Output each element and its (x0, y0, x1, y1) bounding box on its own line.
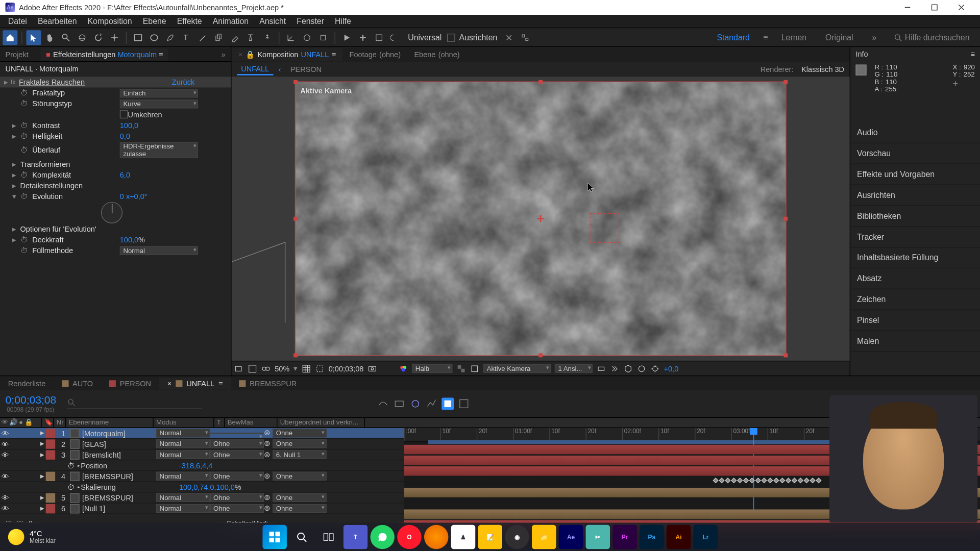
composition-canvas[interactable] (295, 82, 787, 356)
layer-prop-skalierung[interactable]: ⏱ ▸ Skalierung100,0,74,0,100,0% (0, 482, 404, 492)
effect-title-row[interactable]: ▸ fx Fraktales Rauschen Zurück (0, 77, 231, 87)
effect-prop-11[interactable]: ▸⏱Deckkraft100,0% (0, 234, 231, 245)
task-firefox[interactable] (424, 525, 448, 549)
3d-icon[interactable] (623, 364, 632, 373)
panel-bibliotheken[interactable]: Bibliotheken (850, 206, 980, 227)
panel-tracker[interactable]: Tracker (850, 227, 980, 248)
tl-tab-bremsspur[interactable]: BREMSSPUR (231, 377, 305, 389)
task-lightroom[interactable]: Lr (694, 525, 718, 549)
shy-icon[interactable] (377, 398, 389, 410)
task-aftereffects[interactable]: Ae (559, 525, 583, 549)
close-button[interactable] (948, 0, 975, 15)
fast-preview-icon[interactable] (610, 364, 619, 373)
region-icon[interactable] (470, 364, 479, 373)
task-illustrator[interactable]: Ai (667, 525, 691, 549)
effect-name[interactable]: Fraktales Rauschen (16, 78, 88, 86)
layer-prop-position[interactable]: ⏱ ▸ Position-318,6,4,4 (0, 460, 404, 471)
effect-prop-6[interactable]: ▸Transformieren (0, 159, 231, 169)
home-tool[interactable] (3, 30, 17, 45)
render-icon[interactable] (637, 364, 646, 373)
hand-tool[interactable] (42, 30, 57, 45)
views-dropdown[interactable]: 1 Ansi... (555, 364, 593, 373)
effect-prop-0[interactable]: ⏱FraktaltypEinfach (0, 87, 231, 98)
ausrichten-checkbox[interactable] (447, 33, 455, 41)
menu-effekte[interactable]: Effekte (172, 15, 207, 28)
menu-bearbeiten[interactable]: Bearbeiten (32, 15, 82, 28)
timecode-display[interactable]: 0;00;03;08 (329, 364, 364, 372)
zoom-value[interactable]: 50% (275, 364, 289, 372)
zoom-tool[interactable] (59, 30, 74, 45)
ellipse-tool[interactable] (147, 30, 162, 45)
workspace-lernen[interactable]: Lernen (776, 30, 812, 45)
task-opera[interactable]: O (397, 525, 421, 549)
panel-ausrichten[interactable]: Ausrichten (850, 185, 980, 206)
menu-hilfe[interactable]: Hilfe (329, 15, 356, 28)
menu-ansicht[interactable]: Ansicht (254, 15, 291, 28)
exposure-icon[interactable] (650, 364, 659, 373)
color-icon[interactable] (399, 364, 408, 373)
panel-pinsel[interactable]: Pinsel (850, 310, 980, 331)
tab-effekteinstellungen[interactable]: ■Effekteinstellungen Motorqualm ≡ (40, 48, 168, 60)
col-visibility[interactable]: 👁 (2, 418, 8, 427)
add-tool[interactable] (355, 30, 370, 45)
panel-inhaltsbasierte-füllung[interactable]: Inhaltsbasierte Füllung (850, 247, 980, 268)
roto-tool[interactable] (243, 30, 258, 45)
view-axis-tool[interactable] (316, 30, 331, 45)
breadcrumb-0[interactable]: UNFALL (237, 63, 273, 76)
effect-prop-12[interactable]: ⏱FüllmethodeNormal (0, 245, 231, 256)
effect-prop-5[interactable]: ⏱ÜberlaufHDR-Ergebnisse zulasse (0, 141, 231, 159)
effect-prop-1[interactable]: ⏱StörungstypKurve (0, 98, 231, 109)
frame-blend-icon[interactable] (393, 398, 405, 410)
info-panel-header[interactable]: Info≡ (850, 47, 980, 60)
renderer-value[interactable]: Klassisch 3D (801, 65, 844, 73)
transparency-icon[interactable] (456, 364, 465, 373)
help-search[interactable]: Hilfe durchsuchen (890, 31, 977, 43)
snap-tool[interactable] (501, 30, 516, 45)
tl-tab-unfall[interactable]: ×UNFALL≡ (159, 377, 231, 389)
pen-tool[interactable] (163, 30, 178, 45)
panel-malen[interactable]: Malen (850, 331, 980, 352)
world-axis-tool[interactable] (300, 30, 314, 45)
workspace-overflow[interactable]: » (867, 33, 882, 42)
col-trk[interactable]: T (214, 418, 225, 427)
render-queue-icon[interactable] (457, 398, 470, 410)
panel-overflow[interactable]: » (216, 50, 231, 58)
effect-prop-10[interactable]: ▸Optionen für 'Evolution' (0, 223, 231, 234)
effect-prop-9[interactable]: ▾⏱Evolution0 x+0,0° (0, 191, 231, 202)
effect-prop-8[interactable]: ▸Detaileinstellungen (0, 180, 231, 191)
tab-footage[interactable]: Footage (ohne) (342, 48, 407, 61)
effect-prop-7[interactable]: ▸⏱Komplexität6,0 (0, 169, 231, 180)
task-app1[interactable]: ♟ (451, 525, 475, 549)
rect-tool[interactable] (131, 30, 145, 45)
workspace-standard[interactable]: Standard (712, 30, 755, 45)
workspace-original[interactable]: Original (820, 30, 859, 45)
col-bewmas[interactable]: BewMas (225, 418, 278, 427)
menu-datei[interactable]: Datei (3, 15, 32, 28)
exposure-value[interactable]: +0,0 (664, 364, 679, 372)
snapshot-icon[interactable] (368, 364, 377, 373)
play-preview-tool[interactable] (339, 30, 354, 45)
maximize-button[interactable] (921, 0, 948, 15)
tl-tab-auto[interactable]: AUTO (54, 377, 101, 389)
res-icon[interactable] (261, 364, 271, 373)
effect-prop-2[interactable]: Umkehren (0, 109, 231, 120)
task-teams[interactable]: T (344, 525, 368, 549)
start-button[interactable] (262, 525, 286, 549)
grid-icon[interactable] (302, 364, 311, 373)
task-premiere[interactable]: Pr (612, 525, 636, 549)
panel-absatz[interactable]: Absatz (850, 268, 980, 289)
effect-prop-4[interactable]: ▸⏱Helligkeit0,0 (0, 131, 231, 141)
panel-vorschau[interactable]: Vorschau (850, 143, 980, 164)
eraser-tool[interactable] (228, 30, 242, 45)
tab-ebene[interactable]: Ebene (ohne) (407, 48, 467, 61)
panel-audio[interactable]: Audio (850, 122, 980, 143)
tab-projekt[interactable]: Projekt (0, 48, 34, 60)
box-tool[interactable] (372, 30, 386, 45)
cycle-tool[interactable] (388, 30, 403, 45)
task-search[interactable] (289, 525, 313, 549)
magnify-icon[interactable] (234, 364, 243, 373)
mask-icon[interactable] (315, 364, 324, 373)
menu-komposition[interactable]: Komposition (82, 15, 137, 28)
tl-tab-person[interactable]: PERSON (101, 377, 159, 389)
viewport[interactable]: Aktive Kamera (232, 77, 850, 361)
